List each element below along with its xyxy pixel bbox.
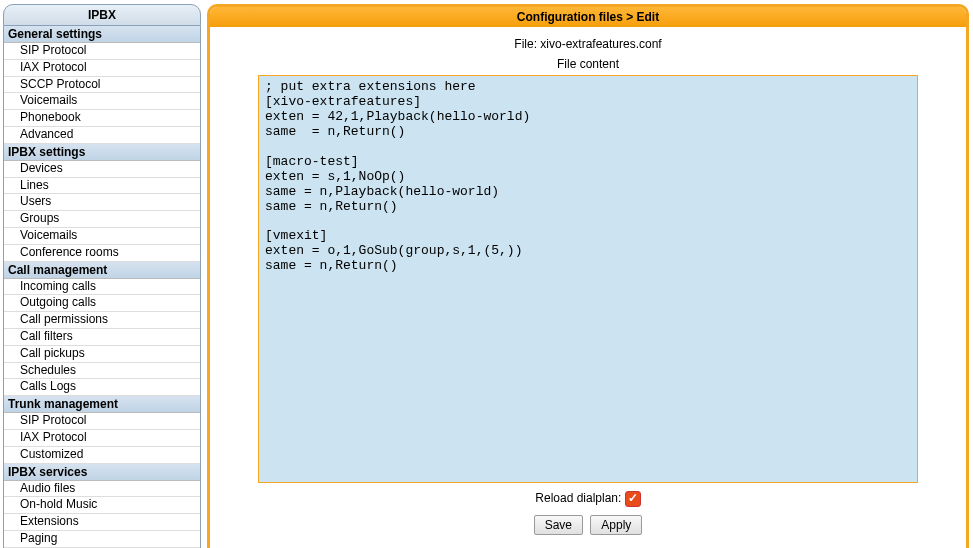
sidebar-item[interactable]: Calls Logs	[4, 379, 200, 396]
sidebar-item[interactable]: Voicemails	[4, 228, 200, 245]
sidebar-item[interactable]: Users	[4, 194, 200, 211]
sidebar-item[interactable]: Lines	[4, 178, 200, 195]
sidebar-item[interactable]: Phonebook	[4, 110, 200, 127]
sidebar-item[interactable]: Advanced	[4, 127, 200, 144]
file-content-editor[interactable]	[258, 75, 918, 483]
sidebar-item[interactable]: SIP Protocol	[4, 413, 200, 430]
section-header: IPBX services	[4, 464, 200, 481]
sidebar-item[interactable]: Schedules	[4, 363, 200, 380]
sidebar-item[interactable]: IAX Protocol	[4, 430, 200, 447]
sidebar-item[interactable]: Paging	[4, 531, 200, 548]
section-header: IPBX settings	[4, 144, 200, 161]
reload-dialplan-checkbox[interactable]	[625, 491, 641, 507]
apply-button[interactable]: Apply	[590, 515, 642, 535]
sidebar-item[interactable]: Call filters	[4, 329, 200, 346]
sidebar-item[interactable]: Groups	[4, 211, 200, 228]
sidebar-item[interactable]: Call pickups	[4, 346, 200, 363]
sidebar-title: IPBX	[3, 4, 201, 26]
breadcrumb: Configuration files > Edit	[210, 7, 966, 27]
main-panel-wrapper: Configuration files > Edit File: xivo-ex…	[207, 4, 969, 548]
sidebar-item[interactable]: Conference rooms	[4, 245, 200, 262]
sidebar-item[interactable]: SCCP Protocol	[4, 77, 200, 94]
sidebar: IPBX General settingsSIP ProtocolIAX Pro…	[3, 4, 201, 548]
sidebar-item[interactable]: On-hold Music	[4, 497, 200, 514]
section-header: General settings	[4, 26, 200, 43]
sidebar-item[interactable]: SIP Protocol	[4, 43, 200, 60]
sidebar-item[interactable]: Incoming calls	[4, 279, 200, 296]
file-content-label: File content	[230, 57, 946, 71]
sidebar-item[interactable]: Voicemails	[4, 93, 200, 110]
sidebar-item[interactable]: Customized	[4, 447, 200, 464]
section-header: Trunk management	[4, 396, 200, 413]
save-button[interactable]: Save	[534, 515, 583, 535]
section-header: Call management	[4, 262, 200, 279]
reload-dialplan-label: Reload dialplan:	[535, 491, 621, 505]
sidebar-item[interactable]: Devices	[4, 161, 200, 178]
sidebar-item[interactable]: Audio files	[4, 481, 200, 498]
file-name-label: File: xivo-extrafeatures.conf	[230, 37, 946, 51]
sidebar-item[interactable]: Outgoing calls	[4, 295, 200, 312]
sidebar-item[interactable]: Call permissions	[4, 312, 200, 329]
sidebar-item[interactable]: Extensions	[4, 514, 200, 531]
sidebar-item[interactable]: IAX Protocol	[4, 60, 200, 77]
